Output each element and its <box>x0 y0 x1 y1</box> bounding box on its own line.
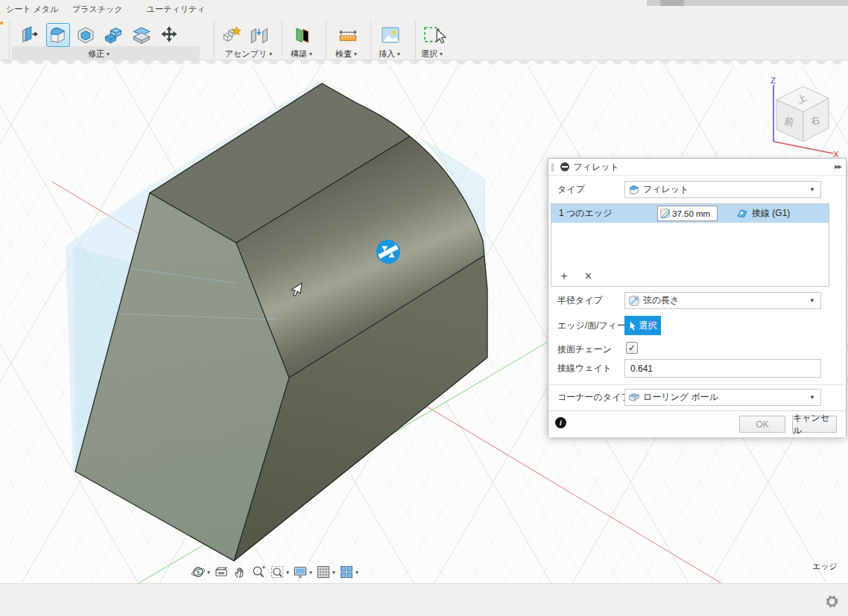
group-label-modify[interactable]: 修正▾ <box>88 48 110 60</box>
new-component-icon[interactable] <box>218 23 246 47</box>
edge-set-row[interactable]: 1 つのエッジ 37.50 mm 接線 (G1) <box>551 204 829 223</box>
chevron-down-icon: ▾ <box>332 569 335 576</box>
measure-icon[interactable] <box>332 23 364 47</box>
fillet-type-dropdown[interactable]: フィレット ▼ <box>624 181 821 198</box>
zoom-icon <box>251 565 266 580</box>
viewports-button[interactable]: ▾ <box>339 565 358 580</box>
move-copy-icon[interactable] <box>157 23 181 47</box>
radius-icon <box>659 208 671 219</box>
split-body-icon[interactable] <box>130 23 154 47</box>
edge-set-list: 1 つのエッジ 37.50 mm 接線 (G1) + ✕ <box>551 203 829 287</box>
fillet-command-icon <box>560 162 569 171</box>
window-top-strip <box>647 0 848 6</box>
fillet-type-value: フィレット <box>643 183 689 196</box>
group-label-inspect[interactable]: 検査▾ <box>335 48 357 60</box>
toolbar-separator <box>282 21 282 60</box>
chevron-down-icon: ▾ <box>207 569 210 576</box>
pan-icon <box>232 565 247 580</box>
radius-type-dropdown[interactable]: 弦の長さ ▼ <box>624 292 821 309</box>
chevron-down-icon: ▼ <box>809 394 815 401</box>
toolbar-bottom-edge <box>0 60 848 66</box>
display-settings-button[interactable]: ▾ <box>293 565 312 580</box>
look-at-button[interactable] <box>214 565 229 580</box>
viewcube-x-axis <box>773 142 833 153</box>
tab-sheet-metal[interactable]: シート メタル <box>6 4 58 15</box>
joint-icon[interactable] <box>248 23 270 47</box>
group-label-assembly[interactable]: アセンブリ▾ <box>225 48 272 60</box>
orbit-icon <box>191 565 206 580</box>
fit-icon <box>270 565 285 580</box>
remove-edge-set-button[interactable]: ✕ <box>584 271 592 282</box>
divider <box>548 384 846 385</box>
selection-hint: エッジ <box>812 561 838 572</box>
fusion-window: { "colors": { "accent": "#1a96e0", "row_… <box>0 0 848 616</box>
fillet-type-icon <box>628 184 640 196</box>
display-settings-icon <box>293 565 308 580</box>
bottom-bar <box>0 583 848 616</box>
press-pull-icon[interactable] <box>18 23 42 47</box>
look-at-icon <box>214 565 229 580</box>
zoom-button[interactable] <box>251 565 266 580</box>
selection-button-label: 選択 <box>639 320 657 332</box>
construct-plane-icon[interactable] <box>289 23 314 47</box>
navigation-bar: ▾ ▾ ▾ ▾ <box>191 563 358 581</box>
tangent-weight-input[interactable]: 0.641 <box>624 359 821 378</box>
radius-type-value: 弦の長さ <box>643 294 680 307</box>
cursor-icon <box>629 321 637 331</box>
edge-marker <box>0 22 3 25</box>
combine-icon[interactable] <box>101 23 125 47</box>
corner-type-label: コーナーのタイプ <box>557 391 630 404</box>
insert-image-icon[interactable] <box>377 23 404 47</box>
chevron-down-icon: ▾ <box>397 51 400 57</box>
tab-utilities[interactable]: ユーティリティ <box>147 4 206 15</box>
collapse-dialog-icon[interactable]: ▶▶ <box>835 164 841 170</box>
view-cube[interactable]: Z X 上 前 右 <box>751 73 847 159</box>
grid-display-button[interactable]: ▾ <box>316 565 335 580</box>
toolbar-separator <box>326 21 326 60</box>
rolling-ball-icon <box>628 392 640 404</box>
chevron-down-icon: ▾ <box>269 51 272 57</box>
cancel-button[interactable]: キャンセル <box>792 416 837 433</box>
group-label-insert[interactable]: 挿入▾ <box>379 48 400 60</box>
orbit-button[interactable]: ▾ <box>191 565 210 580</box>
info-icon[interactable]: i <box>555 417 566 428</box>
toolbar-separator <box>9 21 10 60</box>
fit-button[interactable]: ▾ <box>270 565 289 580</box>
selection-button[interactable]: 選択 <box>624 316 661 335</box>
dialog-grip-icon[interactable]: ∥ <box>551 162 554 172</box>
group-label-select[interactable]: 選択▾ <box>421 48 443 60</box>
radius-value: 37.50 mm <box>672 209 710 218</box>
chevron-down-icon: ▾ <box>354 51 357 57</box>
group-label-construct[interactable]: 構築▾ <box>291 48 312 60</box>
corner-type-dropdown[interactable]: ローリング ボール ▼ <box>624 389 821 406</box>
add-edge-set-button[interactable]: + <box>560 271 568 282</box>
pan-button[interactable] <box>232 565 247 580</box>
edge-count-label: 1 つのエッジ <box>559 207 612 220</box>
chevron-down-icon: ▾ <box>440 51 443 57</box>
chevron-down-icon: ▾ <box>355 569 358 576</box>
tangent-chain-checkbox[interactable]: ✓ <box>626 342 638 354</box>
main-toolbar: シート メタル プラスチック ユーティリティ <box>0 0 848 66</box>
continuity-value: 接線 (G1) <box>752 207 790 220</box>
chevron-down-icon: ▼ <box>809 186 815 193</box>
toolbar-separator <box>370 21 371 60</box>
ok-button[interactable]: OK <box>739 416 785 433</box>
chevron-down-icon: ▼ <box>809 297 815 304</box>
toolbar-cursor <box>436 28 447 44</box>
dialog-footer: i OK キャンセル <box>548 410 846 437</box>
model-viewport[interactable]: Z X 上 前 右 ▾ <box>0 66 848 583</box>
fillet-dialog: ∥ フィレット ▶▶ タイプ フィレット ▼ 1 つのエッジ 37.50 mm <box>548 158 847 436</box>
svg-text:Z: Z <box>771 76 776 85</box>
tab-plastic[interactable]: プラスチック <box>72 4 123 15</box>
dialog-title: フィレット <box>574 161 619 174</box>
shell-icon[interactable] <box>74 23 98 47</box>
fillet-tool-icon-active[interactable] <box>46 23 70 47</box>
radius-type-label: 半径タイプ <box>557 294 603 307</box>
fillet-radius-input[interactable]: 37.50 mm <box>657 206 718 221</box>
model-body[interactable] <box>75 83 487 561</box>
dialog-titlebar[interactable]: ∥ フィレット ▶▶ <box>548 159 846 176</box>
continuity-selector[interactable]: 接線 (G1) <box>736 206 790 221</box>
tangent-weight-label: 接線ウェイト <box>557 362 612 375</box>
gear-icon[interactable] <box>824 594 840 609</box>
chevron-down-icon: ▾ <box>309 569 312 576</box>
